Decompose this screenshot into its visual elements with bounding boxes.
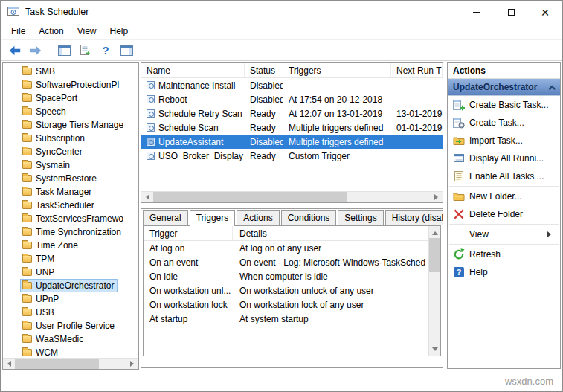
tree-item-user-profile-service[interactable]: User Profile Service bbox=[3, 319, 138, 332]
tree-item-sysmain[interactable]: Sysmain bbox=[3, 158, 138, 172]
action-delete-folder[interactable]: Delete Folder bbox=[448, 205, 560, 223]
actions-group-header[interactable]: UpdateOrchestrator bbox=[448, 79, 560, 96]
tab-settings[interactable]: Settings bbox=[338, 210, 383, 225]
tree-item-usb[interactable]: USB bbox=[3, 306, 138, 319]
action-import-task[interactable]: Import Task... bbox=[448, 132, 560, 150]
action-display-all-running-tasks[interactable]: Display All Runni... bbox=[448, 150, 560, 167]
scroll-left-button[interactable] bbox=[141, 192, 153, 202]
task-row-maintenance-install[interactable]: Maintenance Install Disabled bbox=[141, 78, 443, 92]
folder-icon bbox=[22, 295, 32, 303]
scroll-down-icon bbox=[432, 347, 438, 354]
tree-item-textservices[interactable]: TextServicesFramewo bbox=[3, 212, 138, 225]
trigger-row[interactable]: On an event On event - Log: Microsoft-Wi… bbox=[144, 255, 428, 269]
task-next-run: 13-01-2019 bbox=[391, 109, 443, 119]
task-row-uso-broker-display[interactable]: USO_Broker_Display Ready Custom Trigger bbox=[141, 149, 443, 163]
scroll-right-icon bbox=[130, 361, 137, 367]
folder-icon bbox=[22, 148, 32, 155]
task-triggers: Multiple triggers defined bbox=[283, 123, 391, 133]
tree-item-waasmedic[interactable]: WaaSMedic bbox=[3, 332, 138, 346]
tree-item-unp[interactable]: UNP bbox=[3, 266, 138, 279]
tree-item-time-synchronization[interactable]: Time Synchronization bbox=[3, 225, 138, 239]
tree-item-taskscheduler[interactable]: TaskScheduler bbox=[3, 199, 138, 212]
close-button[interactable] bbox=[528, 1, 562, 23]
export-list-button[interactable] bbox=[75, 42, 94, 60]
tree-item-label: UNP bbox=[36, 267, 54, 277]
menu-help[interactable]: Help bbox=[103, 24, 135, 39]
scroll-track[interactable] bbox=[153, 192, 431, 202]
column-header-status[interactable]: Status bbox=[245, 63, 283, 77]
scroll-up-button[interactable] bbox=[429, 226, 440, 238]
tree-item-softwareprotection[interactable]: SoftwareProtectionPl bbox=[3, 78, 138, 91]
task-status: Ready bbox=[245, 123, 283, 133]
tab-history[interactable]: History (disabled) bbox=[385, 210, 443, 225]
trigger-row[interactable]: On workstation unl... On workstation unl… bbox=[144, 283, 428, 298]
scroll-thumb[interactable] bbox=[15, 359, 99, 369]
column-header-triggers[interactable]: Triggers bbox=[283, 63, 391, 77]
task-row-schedule-retry-scan[interactable]: Schedule Retry Scan Ready At 12:07 on 13… bbox=[141, 106, 443, 121]
tree-item-time-zone[interactable]: Time Zone bbox=[3, 239, 138, 252]
tree-horizontal-scrollbar[interactable] bbox=[3, 358, 138, 369]
tree-item-smb[interactable]: SMB bbox=[3, 65, 138, 78]
triggers-vertical-scrollbar[interactable] bbox=[428, 226, 440, 356]
action-refresh[interactable]: Refresh bbox=[448, 245, 560, 263]
scroll-thumb[interactable] bbox=[153, 192, 347, 202]
action-enable-all-tasks-history[interactable]: Enable All Tasks ... bbox=[448, 167, 560, 185]
action-create-task[interactable]: Create Task... bbox=[448, 114, 560, 132]
tree-item-subscription[interactable]: Subscription bbox=[3, 132, 138, 145]
back-button[interactable] bbox=[5, 42, 25, 60]
console-tree-button[interactable] bbox=[54, 42, 74, 60]
scroll-right-button[interactable] bbox=[126, 359, 138, 369]
task-status: Disabled bbox=[245, 137, 283, 147]
scroll-left-button[interactable] bbox=[3, 359, 15, 369]
tab-general[interactable]: General bbox=[143, 210, 188, 225]
tree-item-label: SoftwareProtectionPl bbox=[36, 80, 119, 90]
column-header-next-run[interactable]: Next Run T bbox=[391, 63, 443, 77]
trigger-name: On idle bbox=[144, 271, 233, 282]
action-view[interactable]: View bbox=[448, 225, 560, 243]
scroll-track[interactable] bbox=[429, 238, 440, 344]
column-header-name[interactable]: Name bbox=[141, 63, 245, 77]
console-tree-pane: SMB SoftwareProtectionPl SpacePort Speec… bbox=[2, 62, 139, 370]
action-pane-button[interactable] bbox=[117, 42, 136, 60]
minimize-button[interactable] bbox=[460, 1, 494, 23]
action-create-basic-task[interactable]: Create Basic Task... bbox=[448, 96, 560, 114]
scroll-right-button[interactable] bbox=[431, 192, 443, 202]
tree-item-systemrestore[interactable]: SystemRestore bbox=[3, 172, 138, 185]
maximize-button[interactable] bbox=[494, 1, 528, 23]
tree-item-label: TaskScheduler bbox=[36, 200, 94, 211]
trigger-row[interactable]: At startup At system startup bbox=[144, 312, 428, 326]
tab-triggers[interactable]: Triggers bbox=[190, 210, 236, 226]
action-label: Refresh bbox=[469, 249, 501, 260]
tree-item-storage-tiers[interactable]: Storage Tiers Manage bbox=[3, 118, 138, 132]
tree-item-synccenter[interactable]: SyncCenter bbox=[3, 145, 138, 158]
scroll-down-button[interactable] bbox=[429, 344, 440, 356]
trigger-row[interactable]: On idle When computer is idle bbox=[144, 269, 428, 283]
tree-item-updateorchestrator[interactable]: UpdateOrchestrator bbox=[3, 279, 138, 292]
tab-actions[interactable]: Actions bbox=[237, 210, 279, 225]
menu-file[interactable]: File bbox=[4, 24, 32, 39]
tree-item-speech[interactable]: Speech bbox=[3, 105, 138, 118]
trigger-row[interactable]: On workstation lock On workstation lock … bbox=[144, 298, 428, 312]
task-row-updateassistant[interactable]: UpdateAssistant Disabled Multiple trigge… bbox=[141, 135, 443, 149]
tree-item-upnp[interactable]: UPnP bbox=[3, 292, 138, 306]
menu-action[interactable]: Action bbox=[32, 24, 70, 39]
help-button[interactable] bbox=[96, 42, 115, 60]
task-row-schedule-scan[interactable]: Schedule Scan Ready Multiple triggers de… bbox=[141, 121, 443, 135]
action-help[interactable]: Help bbox=[448, 263, 560, 281]
action-new-folder[interactable]: New Folder... bbox=[448, 187, 560, 205]
tree-item-spaceport[interactable]: SpacePort bbox=[3, 91, 138, 105]
task-row-reboot[interactable]: Reboot Disabled At 17:54 on 20-12-2018 bbox=[141, 92, 443, 106]
tree-item-tpm[interactable]: TPM bbox=[3, 252, 138, 266]
tree-item-task-manager[interactable]: Task Manager bbox=[3, 185, 138, 199]
menu-view[interactable]: View bbox=[71, 24, 103, 39]
tab-conditions[interactable]: Conditions bbox=[281, 210, 337, 225]
task-list-horizontal-scrollbar[interactable] bbox=[141, 191, 443, 202]
column-header-details[interactable]: Details bbox=[233, 226, 428, 240]
task-icon bbox=[147, 95, 155, 103]
forward-button[interactable] bbox=[26, 42, 45, 60]
trigger-row[interactable]: At log on At log on of any user bbox=[144, 241, 428, 255]
scroll-thumb[interactable] bbox=[429, 238, 440, 272]
scroll-track[interactable] bbox=[15, 359, 126, 369]
enable-all-tasks-history-icon bbox=[453, 170, 465, 182]
column-header-trigger[interactable]: Trigger bbox=[144, 226, 233, 240]
